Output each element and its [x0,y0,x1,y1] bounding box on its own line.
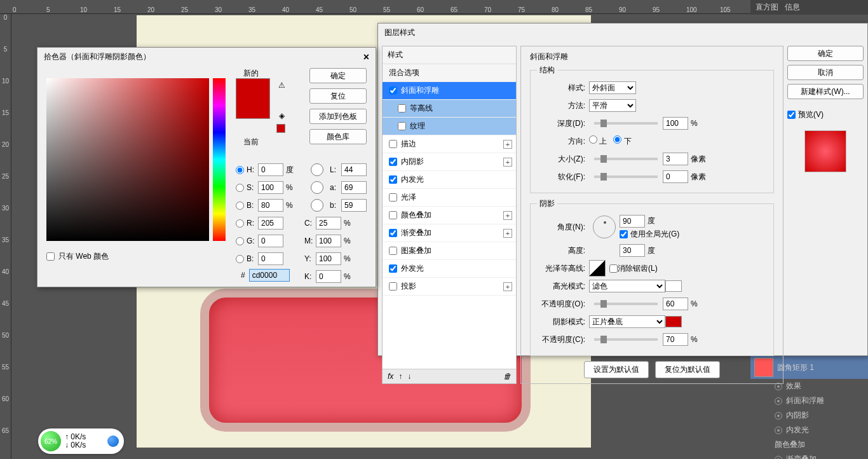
lab-b-radio[interactable] [304,199,330,212]
yellow-input[interactable] [316,252,341,265]
style-inner-shadow[interactable]: 内阴影+ [383,153,516,171]
tab-info[interactable]: 信息 [785,2,800,13]
add-swatch-button[interactable]: 添加到色板 [309,109,367,124]
hue-slider[interactable] [213,78,226,241]
cancel-button[interactable]: 取消 [787,65,864,80]
layer-fx-gradient-overlay[interactable]: 渐变叠加 [750,452,868,459]
gauge-accelerator-icon[interactable] [107,435,119,447]
layer-fx-inner-glow[interactable]: 内发光 [750,423,868,437]
plus-icon[interactable]: + [503,140,512,149]
angle-input[interactable] [620,215,645,228]
lab-a-radio[interactable] [304,181,330,194]
visibility-icon[interactable] [775,456,782,460]
black-input[interactable] [316,270,341,283]
shadow-mode-select[interactable]: 正片叠底 [589,315,665,328]
hex-input[interactable] [249,269,290,282]
sat-radio[interactable] [236,184,244,192]
ok-button[interactable]: 确定 [787,46,864,61]
ok-button[interactable]: 确定 [309,68,367,83]
saturation-brightness-field[interactable] [46,78,209,241]
plus-icon[interactable]: + [503,211,512,220]
arrow-up-icon[interactable]: ↑ [398,372,402,381]
global-light-checkbox[interactable] [620,230,628,238]
size-input[interactable] [663,153,688,165]
style-drop-shadow[interactable]: 投影+ [383,278,516,296]
bevel-style-select[interactable]: 外斜面 [589,81,636,94]
green-input[interactable] [258,235,283,247]
reset-button[interactable]: 复位 [309,88,367,104]
lab-l-radio[interactable] [304,163,330,176]
style-bevel[interactable]: 斜面和浮雕 [383,82,516,100]
style-texture[interactable]: 纹理 [383,118,516,135]
soften-input[interactable] [663,170,688,183]
cyan-input[interactable] [316,217,341,230]
preview-checkbox[interactable] [787,111,796,119]
highlight-color-swatch[interactable] [665,280,682,292]
direction-up-radio[interactable] [589,135,597,144]
depth-slider[interactable] [594,122,658,125]
style-stroke[interactable]: 描边+ [383,135,516,153]
angle-dial[interactable] [593,216,616,238]
highlight-mode-select[interactable]: 滤色 [589,280,665,292]
layer-fx-bevel[interactable]: 斜面和浮雕 [750,394,868,408]
reset-default-button[interactable]: 复位为默认值 [655,361,720,378]
web-only-checkbox[interactable] [46,252,55,261]
visibility-icon[interactable] [775,427,782,434]
soften-slider[interactable] [594,175,658,178]
style-blend-options[interactable]: 混合选项 [383,64,516,82]
shadow-opacity-input[interactable] [663,333,688,346]
trash-icon[interactable]: 🗑 [503,372,511,381]
red-input[interactable] [258,217,283,230]
tab-histogram[interactable]: 直方图 [756,2,778,13]
style-contour[interactable]: 等高线 [383,100,516,118]
plus-icon[interactable]: + [503,158,512,167]
new-style-button[interactable]: 新建样式(W)... [787,84,864,99]
lab-b-input[interactable] [341,199,367,212]
visibility-icon[interactable] [775,397,782,405]
websafe-swatch[interactable] [276,124,285,133]
fx-icon[interactable]: fx [388,372,393,381]
plus-icon[interactable]: + [503,282,512,291]
bevel-technique-select[interactable]: 平滑 [589,99,636,112]
lab-a-input[interactable] [341,181,367,194]
layer-fx-inner-shadow[interactable]: 内阴影 [750,408,868,423]
close-icon[interactable]: × [363,51,369,63]
size-slider[interactable] [594,158,658,160]
hue-radio[interactable] [236,166,244,174]
antialias-checkbox[interactable] [609,264,618,273]
depth-input[interactable] [663,117,688,130]
highlight-opacity-slider[interactable] [594,303,658,305]
style-satin[interactable]: 光泽 [383,189,516,207]
styles-header[interactable]: 样式 [383,46,516,64]
plus-icon[interactable]: + [503,229,512,238]
sat-input[interactable] [258,181,283,194]
shadow-color-swatch[interactable] [665,316,682,327]
altitude-input[interactable] [620,244,645,257]
style-inner-glow[interactable]: 内发光 [383,171,516,189]
blue-input[interactable] [258,252,283,265]
network-gauge-widget[interactable]: 62% ↑ 0K/s ↓ 0K/s [38,428,124,454]
style-color-overlay[interactable]: 颜色叠加+ [383,207,516,224]
blue-radio[interactable] [236,255,244,263]
red-radio[interactable] [236,219,244,228]
style-outer-glow[interactable]: 外发光 [383,260,516,278]
cube-icon[interactable]: ◈ [276,111,287,120]
hue-input[interactable] [258,163,283,176]
style-pattern-overlay[interactable]: 图案叠加 [383,242,516,260]
shadow-opacity-slider[interactable] [594,338,658,341]
lab-l-input[interactable] [341,163,367,176]
visibility-icon[interactable] [775,412,782,420]
highlight-opacity-input[interactable] [663,298,688,310]
make-default-button[interactable]: 设置为默认值 [584,361,649,378]
bri-input[interactable] [258,199,283,212]
green-radio[interactable] [236,237,244,245]
style-gradient-overlay[interactable]: 渐变叠加+ [383,224,516,242]
direction-down-radio[interactable] [613,135,621,144]
arrow-down-icon[interactable]: ↓ [407,372,411,381]
gloss-contour-picker[interactable] [589,260,606,277]
color-libraries-button[interactable]: 颜色库 [309,129,367,144]
layer-fx-color-overlay[interactable]: 颜色叠加 [750,437,868,452]
gamut-warning-icon[interactable]: ⚠ [276,81,287,90]
magenta-input[interactable] [316,235,341,247]
bri-radio[interactable] [236,202,244,210]
